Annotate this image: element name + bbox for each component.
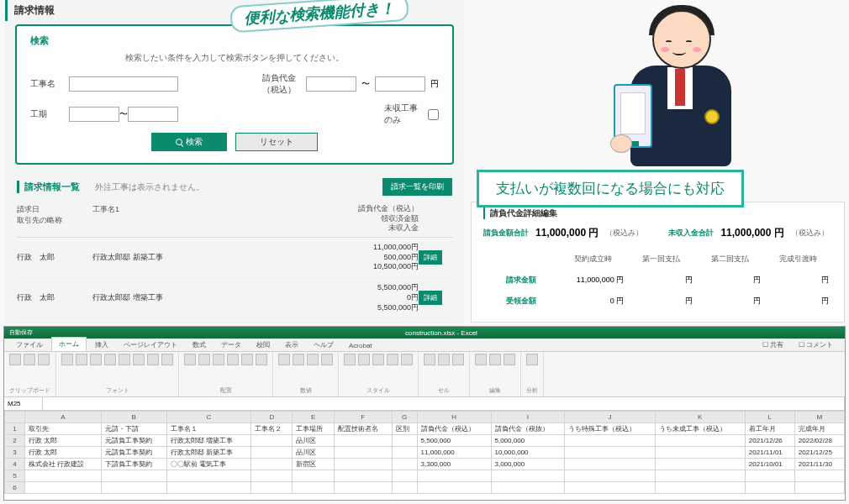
cell[interactable]	[293, 470, 334, 482]
ribbon-button[interactable]	[452, 354, 464, 365]
ribbon-button[interactable]	[213, 354, 224, 365]
ribbon-button[interactable]	[526, 354, 538, 365]
ribbon-button[interactable]	[104, 354, 116, 365]
cell[interactable]	[334, 482, 392, 494]
ribbon-button[interactable]	[241, 354, 253, 365]
col-header[interactable]: K	[655, 412, 745, 423]
ribbon-button[interactable]	[424, 354, 435, 365]
cell[interactable]: 行政 太郎	[25, 447, 102, 459]
ribbon-button[interactable]	[119, 354, 130, 365]
cell[interactable]	[491, 482, 565, 494]
reset-button[interactable]: リセット	[235, 133, 318, 151]
col-header[interactable]: I	[491, 412, 565, 423]
cell[interactable]	[392, 459, 417, 470]
ribbon-button[interactable]	[61, 354, 73, 365]
ribbon-button[interactable]	[90, 354, 102, 365]
cell[interactable]	[392, 470, 417, 482]
cell[interactable]	[745, 482, 794, 494]
excel-tab[interactable]: ホーム	[51, 337, 87, 351]
col-header[interactable]: L	[745, 412, 794, 423]
cell[interactable]: 2021/12/26	[745, 435, 794, 447]
cell[interactable]: 5,500,000	[417, 435, 491, 447]
cell[interactable]	[655, 482, 745, 494]
cell[interactable]: 5,000,000	[491, 435, 565, 447]
cell[interactable]: 品川区	[293, 447, 334, 459]
ribbon-button[interactable]	[358, 354, 370, 365]
ribbon-button[interactable]	[133, 354, 145, 365]
ribbon-button[interactable]	[24, 354, 35, 365]
cell[interactable]	[25, 482, 102, 494]
cell[interactable]: 10,000,000	[491, 447, 565, 459]
cell[interactable]	[166, 470, 250, 482]
ribbon-button[interactable]	[38, 354, 50, 365]
cell[interactable]: 3,000,000	[491, 459, 565, 470]
cell[interactable]	[101, 482, 166, 494]
ribbon-button[interactable]	[438, 354, 450, 365]
cell[interactable]	[334, 459, 392, 470]
excel-tab[interactable]: Acrobat	[342, 340, 379, 351]
cell[interactable]	[745, 470, 794, 482]
ribbon-button[interactable]	[147, 354, 159, 365]
ribbon-button[interactable]	[475, 354, 487, 365]
excel-tab[interactable]: ヘルプ	[307, 339, 340, 351]
ribbon-button[interactable]	[504, 354, 515, 365]
detail-button[interactable]: 詳細	[419, 250, 442, 265]
cell[interactable]	[251, 435, 293, 447]
cell[interactable]	[293, 482, 334, 494]
cell[interactable]	[655, 470, 745, 482]
name-input[interactable]	[69, 76, 178, 92]
cell[interactable]	[565, 482, 655, 494]
cell[interactable]	[491, 470, 565, 482]
cell[interactable]	[392, 482, 417, 494]
cell[interactable]: 品川区	[293, 435, 334, 447]
excel-grid[interactable]: ABCDEFGHIJKLM1取引先元請・下請工事名１工事名２工事場所配置技術者名…	[4, 411, 845, 494]
cell[interactable]	[565, 459, 655, 470]
cell[interactable]	[334, 447, 392, 459]
print-button[interactable]: 請求一覧を印刷	[382, 178, 452, 196]
cell[interactable]	[251, 447, 293, 459]
cell[interactable]	[166, 482, 250, 494]
col-header[interactable]	[5, 412, 25, 423]
excel-tab[interactable]: 校閲	[250, 339, 277, 351]
unclosed-checkbox[interactable]	[428, 109, 439, 120]
ribbon-button[interactable]	[161, 354, 173, 365]
ribbon-button[interactable]	[76, 354, 87, 365]
col-header[interactable]: J	[565, 412, 655, 423]
cell[interactable]	[655, 435, 745, 447]
cell[interactable]	[334, 435, 392, 447]
cell[interactable]: 2021/11/30	[794, 459, 844, 470]
amount-from-input[interactable]	[306, 76, 356, 92]
cell[interactable]	[392, 447, 417, 459]
ribbon-button[interactable]	[489, 354, 501, 365]
cell[interactable]: 元請負工事契約	[101, 435, 166, 447]
period-to-input[interactable]	[128, 107, 178, 122]
ribbon-button[interactable]	[278, 354, 290, 365]
excel-namebox[interactable]	[4, 397, 43, 410]
ribbon-button[interactable]	[401, 354, 413, 365]
col-header[interactable]: G	[392, 412, 417, 423]
detail-button[interactable]: 詳細	[419, 291, 442, 305]
cell[interactable]: 2021/11/01	[745, 447, 794, 459]
cell[interactable]	[655, 459, 745, 470]
excel-tab[interactable]: ページレイアウト	[117, 339, 184, 351]
excel-tab[interactable]: データ	[214, 339, 248, 351]
ribbon-button[interactable]	[9, 354, 21, 365]
col-header[interactable]: M	[794, 412, 844, 423]
ribbon-button[interactable]	[387, 354, 398, 365]
cell[interactable]	[655, 447, 745, 459]
period-from-input[interactable]	[69, 107, 119, 122]
cell[interactable]: 2021/10/01	[745, 459, 794, 470]
cell[interactable]	[565, 435, 655, 447]
cell[interactable]: 行政太郎邸 新築工事	[166, 447, 250, 459]
excel-tab[interactable]: 挿入	[88, 339, 115, 351]
ribbon-button[interactable]	[372, 354, 384, 365]
cell[interactable]	[251, 459, 293, 470]
ribbon-button[interactable]	[344, 354, 356, 365]
cell[interactable]: 新宿区	[293, 459, 334, 470]
col-header[interactable]: D	[251, 412, 293, 423]
ribbon-button[interactable]	[184, 354, 196, 365]
col-header[interactable]: C	[166, 412, 250, 423]
cell[interactable]: 〇〇駅前 電気工事	[166, 459, 250, 470]
cell[interactable]: 株式会社 行政建設	[25, 459, 102, 470]
col-header[interactable]: B	[101, 412, 166, 423]
